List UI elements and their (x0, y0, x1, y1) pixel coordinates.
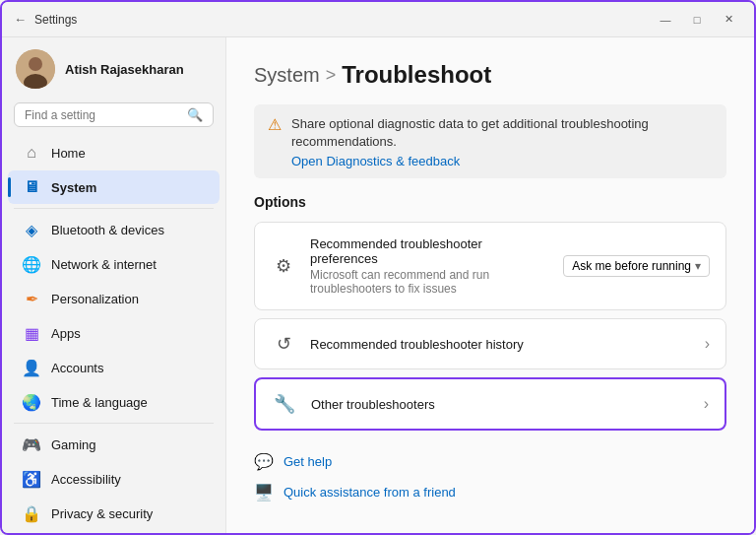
breadcrumb-separator: > (326, 65, 337, 86)
help-icon-quick-assist: 🖥️ (254, 483, 274, 502)
sidebar-item-personalization[interactable]: ✒Personalization (2, 282, 225, 315)
title-bar-left: ← Settings (14, 12, 77, 27)
avatar[interactable] (16, 49, 55, 89)
maximize-button[interactable]: □ (683, 10, 711, 30)
nav-label-accessibility: Accessibility (51, 472, 121, 487)
nav-list: ⌂Home🖥System◈Bluetooth & devices🌐Network… (2, 135, 225, 535)
sidebar-item-time[interactable]: 🌏Time & language (2, 385, 225, 419)
nav-icon-bluetooth: ◈ (22, 220, 41, 239)
user-section: Atish Rajasekharan (2, 37, 225, 99)
nav-icon-network: 🌐 (22, 254, 41, 274)
sidebar-item-apps[interactable]: ▦Apps (2, 316, 225, 350)
option-icon-recommended-prefs: ⚙ (271, 255, 296, 277)
option-title-recommended-prefs: Recommended troubleshooter preferences (310, 236, 549, 266)
help-section: 💬Get help🖥️Quick assistance from a frien… (254, 446, 726, 507)
option-body-other-troubleshooters: Other troubleshooters (311, 397, 690, 412)
sidebar-item-accessibility[interactable]: ♿Accessibility (2, 462, 225, 496)
title-bar-title: Settings (34, 13, 77, 27)
option-subtitle-recommended-prefs: Microsoft can recommend and run troubles… (310, 268, 549, 296)
chevron-down-icon: ▾ (695, 259, 701, 273)
info-content: Share optional diagnostic data to get ad… (291, 114, 713, 168)
nav-icon-personalization: ✒ (22, 289, 41, 308)
option-body-recommended-history: Recommended troubleshooter history (310, 337, 691, 352)
nav-icon-time: 🌏 (22, 392, 41, 412)
sidebar-item-bluetooth[interactable]: ◈Bluetooth & devices (2, 213, 225, 246)
nav-label-network: Network & internet (51, 257, 157, 272)
option-recommended-prefs[interactable]: ⚙Recommended troubleshooter preferencesM… (254, 222, 726, 310)
title-bar-controls: — □ ✕ (652, 10, 742, 30)
help-item-quick-assist[interactable]: 🖥️Quick assistance from a friend (254, 477, 726, 507)
sidebar-item-gaming[interactable]: 🎮Gaming (2, 428, 225, 461)
nav-label-time: Time & language (51, 395, 148, 410)
nav-label-personalization: Personalization (51, 292, 139, 306)
help-item-get-help[interactable]: 💬Get help (254, 446, 726, 477)
option-title-recommended-history: Recommended troubleshooter history (310, 337, 691, 352)
app-body: Atish Rajasekharan 🔍 ⌂Home🖥System◈Blueto… (2, 37, 754, 535)
user-name: Atish Rajasekharan (65, 62, 184, 77)
option-dropdown-recommended-prefs[interactable]: Ask me before running▾ (563, 255, 710, 277)
nav-label-accounts: Accounts (51, 361, 103, 375)
active-indicator (8, 177, 11, 197)
nav-icon-accessibility: ♿ (22, 469, 41, 489)
back-arrow[interactable]: ← (14, 12, 27, 27)
breadcrumb-parent[interactable]: System (254, 64, 320, 87)
sidebar-item-privacy[interactable]: 🔒Privacy & security (2, 497, 225, 530)
info-text: Share optional diagnostic data to get ad… (291, 116, 649, 149)
nav-label-system: System (51, 180, 96, 195)
nav-label-bluetooth: Bluetooth & devices (51, 223, 164, 237)
help-icon-get-help: 💬 (254, 452, 274, 471)
section-title: Options (254, 194, 726, 210)
nav-label-home: Home (51, 146, 86, 161)
sidebar-item-update[interactable]: ↻Windows Update (2, 531, 225, 535)
option-title-other-troubleshooters: Other troubleshooters (311, 397, 690, 412)
search-input[interactable] (25, 108, 181, 122)
diagnostics-link[interactable]: Open Diagnostics & feedback (291, 154, 713, 168)
nav-icon-accounts: 👤 (22, 358, 41, 377)
info-banner: ⚠ Share optional diagnostic data to get … (254, 104, 726, 178)
nav-icon-apps: ▦ (22, 323, 41, 343)
options-list: ⚙Recommended troubleshooter preferencesM… (254, 222, 726, 431)
main-content: System > Troubleshoot ⚠ Share optional d… (226, 37, 754, 535)
title-bar: ← Settings — □ ✕ (2, 2, 754, 37)
search-box[interactable]: 🔍 (14, 102, 214, 127)
user-info: Atish Rajasekharan (65, 62, 184, 77)
help-link-quick-assist[interactable]: Quick assistance from a friend (284, 485, 456, 500)
chevron-right-icon-recommended-history: › (705, 335, 710, 353)
sidebar-item-network[interactable]: 🌐Network & internet (2, 247, 225, 281)
sidebar: Atish Rajasekharan 🔍 ⌂Home🖥System◈Blueto… (2, 37, 226, 535)
sidebar-item-accounts[interactable]: 👤Accounts (2, 351, 225, 384)
option-other-troubleshooters[interactable]: 🔧Other troubleshooters› (254, 377, 726, 431)
breadcrumb: System > Troubleshoot (254, 61, 726, 89)
nav-icon-privacy: 🔒 (22, 503, 41, 523)
option-icon-other-troubleshooters: 🔧 (272, 393, 297, 415)
sidebar-item-system[interactable]: 🖥System (2, 170, 225, 204)
breadcrumb-current: Troubleshoot (342, 61, 491, 89)
minimize-button[interactable]: — (652, 10, 679, 30)
sidebar-item-home[interactable]: ⌂Home (2, 136, 225, 169)
nav-divider (14, 208, 214, 209)
search-icon: 🔍 (187, 107, 203, 122)
nav-label-gaming: Gaming (51, 437, 96, 452)
nav-icon-home: ⌂ (22, 143, 41, 163)
close-button[interactable]: ✕ (715, 10, 742, 30)
option-recommended-history[interactable]: ↺Recommended troubleshooter history› (254, 318, 726, 369)
nav-divider (14, 423, 214, 424)
chevron-right-icon-other-troubleshooters: › (704, 395, 709, 413)
nav-label-privacy: Privacy & security (51, 506, 153, 521)
option-body-recommended-prefs: Recommended troubleshooter preferencesMi… (310, 236, 549, 296)
option-icon-recommended-history: ↺ (271, 333, 296, 355)
nav-icon-system: 🖥 (22, 177, 41, 197)
nav-icon-gaming: 🎮 (22, 435, 41, 454)
dropdown-label: Ask me before running (572, 259, 691, 273)
info-icon: ⚠ (268, 115, 282, 134)
help-link-get-help[interactable]: Get help (284, 454, 332, 469)
nav-label-apps: Apps (51, 326, 81, 341)
svg-point-1 (29, 57, 42, 71)
